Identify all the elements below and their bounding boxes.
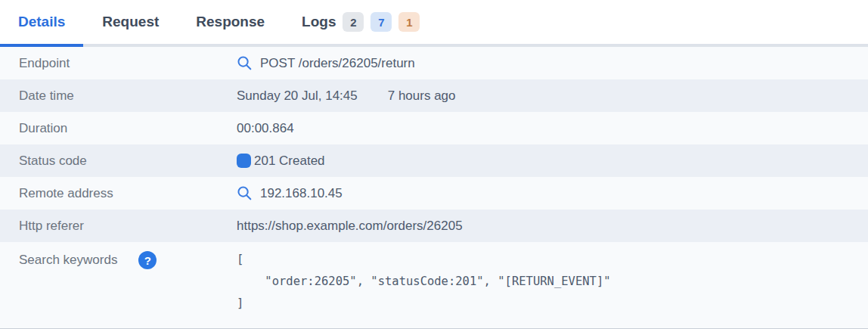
row-date-time: Date time Sunday 20 Jul, 14:45 7 hours a… bbox=[0, 79, 868, 112]
status-code-value: 201 Created bbox=[254, 154, 325, 169]
tab-details-label: Details bbox=[18, 14, 65, 30]
tab-response[interactable]: Response bbox=[178, 0, 283, 47]
tab-response-label: Response bbox=[196, 14, 265, 30]
logs-count-badge-blue: 7 bbox=[370, 12, 392, 32]
tab-bar: Details Request Response Logs 2 7 1 bbox=[0, 0, 868, 47]
search-icon[interactable] bbox=[237, 185, 253, 201]
duration-value: 00:00.864 bbox=[237, 121, 294, 136]
row-status-code: Status code 201 Created bbox=[0, 144, 868, 177]
tab-logs-label: Logs bbox=[302, 14, 336, 30]
remote-address-value: 192.168.10.45 bbox=[260, 186, 343, 201]
http-referer-value: https://shop.example.com/orders/26205 bbox=[237, 219, 463, 234]
row-http-referer: Http referer https://shop.example.com/or… bbox=[0, 210, 868, 242]
request-details-panel: Details Request Response Logs 2 7 1 Endp… bbox=[0, 0, 868, 329]
row-duration-label: Duration bbox=[0, 121, 237, 136]
search-keywords-code: [ "order:26205", "statusCode:201", "[RET… bbox=[237, 249, 611, 315]
details-table: Endpoint POST /orders/26205/return Date … bbox=[0, 47, 868, 328]
status-indicator-icon bbox=[237, 154, 251, 168]
logs-count-badge-orange: 1 bbox=[398, 12, 420, 32]
search-icon[interactable] bbox=[237, 55, 253, 71]
row-search-keywords-label: Search keywords bbox=[19, 253, 117, 268]
tab-request[interactable]: Request bbox=[84, 0, 177, 47]
endpoint-value: POST /orders/26205/return bbox=[260, 56, 415, 71]
help-icon[interactable]: ? bbox=[138, 251, 157, 269]
tab-logs[interactable]: Logs 2 7 1 bbox=[284, 0, 438, 47]
row-endpoint: Endpoint POST /orders/26205/return bbox=[0, 47, 868, 79]
row-status-code-label: Status code bbox=[0, 154, 237, 169]
row-remote-address: Remote address 192.168.10.45 bbox=[0, 177, 868, 210]
tab-details[interactable]: Details bbox=[0, 0, 83, 47]
logs-count-badge-gray: 2 bbox=[343, 12, 364, 32]
date-time-value: Sunday 20 Jul, 14:45 bbox=[237, 88, 358, 104]
row-search-keywords: Search keywords ? [ "order:26205", "stat… bbox=[0, 242, 868, 328]
row-endpoint-label: Endpoint bbox=[0, 56, 237, 71]
row-duration: Duration 00:00.864 bbox=[0, 112, 868, 144]
tab-request-label: Request bbox=[102, 14, 159, 30]
relative-time: 7 hours ago bbox=[388, 88, 456, 104]
row-remote-address-label: Remote address bbox=[0, 186, 237, 201]
row-date-time-label: Date time bbox=[0, 88, 237, 104]
row-http-referer-label: Http referer bbox=[0, 219, 237, 234]
